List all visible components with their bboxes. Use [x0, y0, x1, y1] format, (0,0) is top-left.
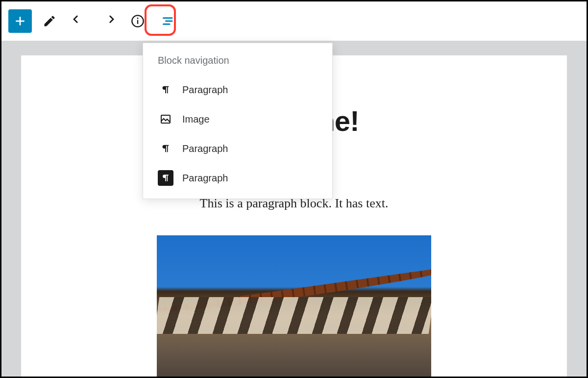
paragraph-icon	[158, 82, 173, 98]
add-block-button[interactable]	[8, 9, 32, 33]
block-nav-item-paragraph[interactable]: Paragraph	[143, 75, 332, 104]
block-navigation-button[interactable]	[155, 9, 179, 33]
redo-icon	[101, 14, 116, 28]
block-nav-item-label: Paragraph	[182, 84, 228, 96]
paragraph-icon	[158, 170, 173, 186]
outline-icon	[160, 14, 174, 28]
image-icon	[158, 111, 173, 127]
block-nav-item-image[interactable]: Image	[143, 104, 332, 134]
dropdown-title: Block navigation	[143, 55, 332, 75]
image-block[interactable]	[157, 235, 431, 377]
image-wall-detail	[157, 297, 431, 334]
svg-point-4	[137, 18, 139, 19]
block-navigation-dropdown: Block navigation Paragraph Image Paragra…	[143, 43, 333, 199]
editor-toolbar	[1, 1, 587, 41]
block-nav-item-label: Image	[182, 114, 210, 125]
plus-icon	[14, 15, 26, 27]
undo-icon	[72, 14, 86, 28]
redo-button[interactable]	[97, 9, 120, 33]
info-button[interactable]	[126, 9, 149, 33]
block-nav-item-label: Paragraph	[182, 143, 228, 154]
block-nav-item-paragraph[interactable]: Paragraph	[143, 134, 332, 163]
block-nav-item-label: Paragraph	[182, 173, 228, 184]
info-icon	[131, 14, 145, 28]
edit-button[interactable]	[38, 9, 61, 33]
block-nav-item-paragraph-selected[interactable]: Paragraph	[143, 163, 332, 193]
paragraph-icon	[158, 141, 173, 156]
pencil-icon	[43, 14, 56, 28]
undo-button[interactable]	[67, 9, 91, 33]
